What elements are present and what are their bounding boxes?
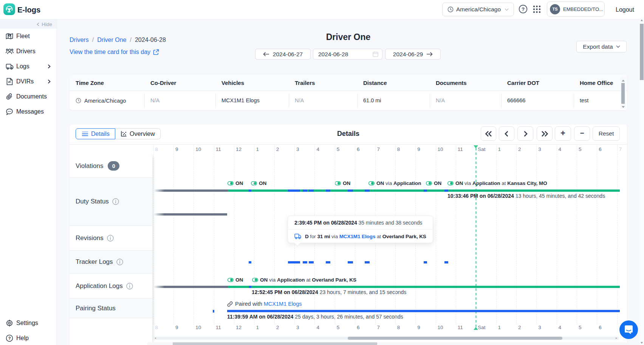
svg-text:?: ? — [8, 336, 11, 340]
svg-text:?: ? — [522, 6, 525, 12]
